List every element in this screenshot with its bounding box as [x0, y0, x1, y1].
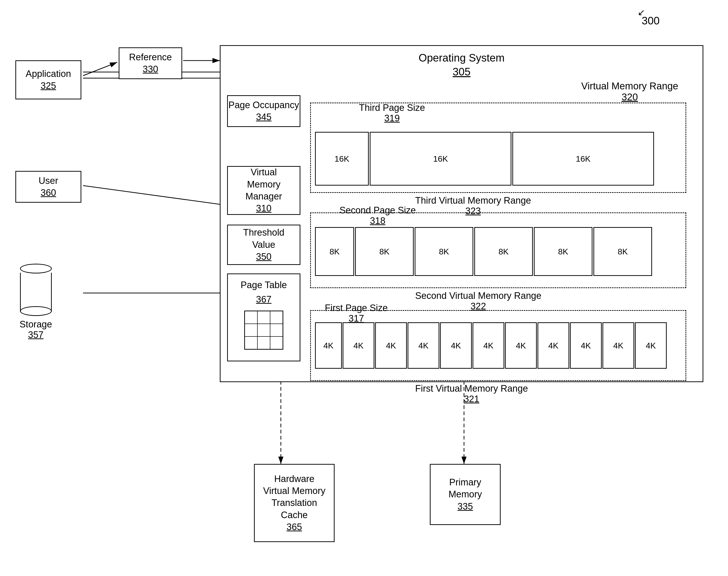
page-cell-4k-9: 4K	[570, 322, 602, 369]
page-cell-8k-2: 8K	[355, 227, 414, 276]
page-cell-8k-1: 8K	[315, 227, 354, 276]
page-cell-4k-2: 4K	[343, 322, 374, 369]
user-box: User 360	[16, 171, 81, 203]
svg-line-2	[83, 62, 117, 76]
page-cell-4k-1: 4K	[315, 322, 342, 369]
page-cell-8k-3: 8K	[415, 227, 473, 276]
page-cell-8k-5: 8K	[534, 227, 592, 276]
hw-vtc-box: HardwareVirtual MemoryTranslationCache 3…	[254, 464, 335, 542]
first-page-row: 4K 4K 4K 4K 4K 4K 4K 4K 4K 4K 4K	[315, 322, 667, 369]
page-cell-8k-6: 8K	[593, 227, 652, 276]
reference-box: Reference 330	[119, 47, 182, 79]
second-vmr-label: Second Virtual Memory Range 322	[415, 291, 541, 312]
page-table-grid	[244, 311, 283, 350]
first-page-size-label: First Page Size 317	[325, 303, 388, 324]
first-vmr-label: First Virtual Memory Range 321	[415, 383, 528, 404]
page-cell-4k-6: 4K	[473, 322, 504, 369]
page-cell-4k-11: 4K	[635, 322, 667, 369]
third-page-row: 16K 16K 16K	[315, 132, 654, 185]
page-cell-4k-7: 4K	[505, 322, 537, 369]
third-page-size-label: Third Page Size 319	[359, 103, 425, 123]
page-cell-16k-2: 16K	[370, 132, 511, 185]
primary-memory-box: PrimaryMemory 335	[430, 464, 501, 525]
page-cell-4k-3: 4K	[375, 322, 407, 369]
page-cell-4k-8: 4K	[537, 322, 569, 369]
page-cell-4k-5: 4K	[440, 322, 472, 369]
virtual-memory-manager-box: VirtualMemoryManager 310	[227, 166, 300, 215]
page-cell-4k-4: 4K	[408, 322, 439, 369]
storage-box: Storage 357	[20, 264, 52, 340]
second-page-size-label: Second Page Size 318	[339, 205, 416, 226]
svg-line-8	[83, 185, 234, 206]
virtual-memory-range-label: Virtual Memory Range 320	[581, 81, 678, 103]
second-page-row: 8K 8K 8K 8K 8K 8K	[315, 227, 652, 276]
application-box: Application 325	[16, 60, 81, 99]
page-cell-16k-1: 16K	[315, 132, 369, 185]
page-cell-16k-3: 16K	[512, 132, 654, 185]
page-occupancy-box: Page Occupancy 345	[227, 95, 300, 127]
page-cell-8k-4: 8K	[474, 227, 533, 276]
page-table-box: Page Table 367	[227, 273, 300, 362]
threshold-value-box: ThresholdValue 350	[227, 225, 300, 265]
page-cell-4k-10: 4K	[603, 322, 634, 369]
